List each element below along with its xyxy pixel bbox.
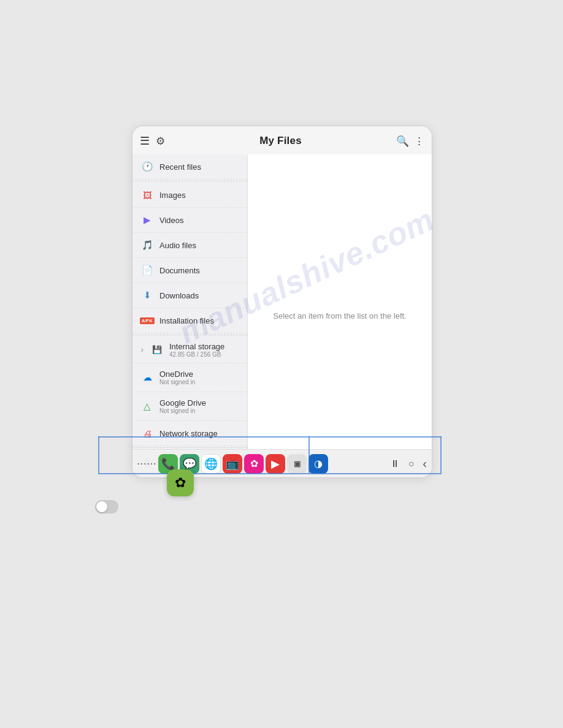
onedrive-label: OneDrive bbox=[159, 370, 195, 379]
highlight-line-top bbox=[98, 436, 442, 438]
audio-icon: 🎵 bbox=[141, 239, 153, 251]
google-drive-icon: △ bbox=[141, 400, 153, 412]
sidebar-item-installation-files[interactable]: APK Installation files bbox=[132, 308, 247, 333]
top-bar-left: ☰ ⚙ bbox=[140, 134, 165, 148]
taskbar-dual-app[interactable]: ▣ bbox=[287, 454, 307, 474]
taskbar-app-red[interactable]: 📺 bbox=[223, 454, 242, 474]
images-icon: 🖼 bbox=[141, 189, 153, 201]
sidebar: 🕐 Recent files 🖼 Images ▶ Videos 🎵 bbox=[132, 154, 248, 477]
taskbar-app-blue[interactable]: ◑ bbox=[308, 454, 328, 474]
nav-home-button[interactable]: ○ bbox=[408, 458, 415, 469]
device-frame: ☰ ⚙ My Files 🔍 ⋮ 🕐 Recent files bbox=[132, 126, 432, 478]
images-label: Images bbox=[159, 191, 186, 200]
highlight-line-bottom bbox=[98, 473, 442, 474]
divider-2 bbox=[132, 335, 247, 335]
taskbar-app-youtube[interactable]: ▶ bbox=[266, 454, 285, 474]
content-panel: Select an item from the list on the left… bbox=[248, 154, 432, 477]
top-bar-right: 🔍 ⋮ bbox=[396, 135, 424, 148]
onedrive-info: OneDrive Not signed in bbox=[159, 370, 195, 385]
onedrive-sublabel: Not signed in bbox=[159, 379, 195, 385]
documents-label: Documents bbox=[159, 266, 200, 275]
divider-3 bbox=[132, 447, 247, 448]
apk-badge: APK bbox=[140, 317, 155, 324]
divider-1 bbox=[132, 181, 247, 181]
sidebar-item-videos[interactable]: ▶ Videos bbox=[132, 208, 247, 233]
storage-info: Internal storage 42.85 GB / 256 GB bbox=[169, 342, 224, 358]
sidebar-item-onedrive[interactable]: ☁ OneDrive Not signed in bbox=[132, 363, 247, 392]
onedrive-icon: ☁ bbox=[141, 371, 153, 384]
app-title: My Files bbox=[165, 135, 396, 147]
internal-storage-label: Internal storage bbox=[169, 342, 224, 351]
sidebar-item-downloads[interactable]: ⬇ Downloads bbox=[132, 283, 247, 308]
taskbar-apps: 📞 💬 🌐 📺 ✿ ▶ ▣ ◑ bbox=[158, 454, 388, 474]
videos-label: Videos bbox=[159, 216, 184, 225]
toggle-switch[interactable] bbox=[95, 500, 118, 514]
audio-label: Audio files bbox=[159, 241, 196, 250]
videos-icon: ▶ bbox=[141, 214, 153, 226]
chevron-right-icon: › bbox=[141, 346, 144, 354]
taskbar-app-pink[interactable]: ✿ bbox=[244, 454, 264, 474]
network-storage-icon: 🖨 bbox=[141, 427, 153, 439]
search-icon[interactable]: 🔍 bbox=[396, 135, 409, 148]
google-drive-info: Google Drive Not signed in bbox=[159, 398, 206, 414]
floating-icon[interactable]: ✿ bbox=[167, 469, 194, 496]
sidebar-item-recent-files[interactable]: 🕐 Recent files bbox=[132, 154, 247, 180]
sidebar-item-internal-storage[interactable]: › 💾 Internal storage 42.85 GB / 256 GB bbox=[132, 336, 247, 363]
internal-storage-icon: 💾 bbox=[151, 344, 163, 356]
toggle-thumb bbox=[96, 501, 107, 512]
downloads-icon: ⬇ bbox=[141, 289, 153, 301]
sidebar-item-images[interactable]: 🖼 Images bbox=[132, 183, 247, 208]
top-bar: ☰ ⚙ My Files 🔍 ⋮ bbox=[132, 126, 432, 154]
empty-message: Select an item from the list on the left… bbox=[273, 311, 407, 320]
documents-icon: 📄 bbox=[141, 264, 153, 276]
highlight-line-left bbox=[98, 436, 99, 473]
taskbar-app-chrome[interactable]: 🌐 bbox=[201, 454, 221, 474]
page-background: ☰ ⚙ My Files 🔍 ⋮ 🕐 Recent files bbox=[0, 0, 563, 728]
sidebar-item-network-storage[interactable]: 🖨 Network storage bbox=[132, 421, 247, 446]
downloads-label: Downloads bbox=[159, 291, 199, 300]
nav-back-button[interactable]: ‹ bbox=[423, 457, 427, 471]
highlight-line-mid bbox=[308, 436, 310, 473]
sidebar-item-audio-files[interactable]: 🎵 Audio files bbox=[132, 233, 247, 258]
internal-storage-sublabel: 42.85 GB / 256 GB bbox=[169, 351, 224, 358]
sidebar-item-google-drive[interactable]: △ Google Drive Not signed in bbox=[132, 392, 247, 421]
nav-pause-button[interactable]: ⏸ bbox=[390, 458, 400, 469]
recent-files-label: Recent files bbox=[159, 162, 201, 172]
recent-files-icon: 🕐 bbox=[141, 161, 153, 173]
installation-files-label: Installation files bbox=[159, 316, 214, 325]
google-drive-sublabel: Not signed in bbox=[159, 408, 206, 414]
google-drive-label: Google Drive bbox=[159, 398, 206, 408]
gear-icon[interactable]: ⚙ bbox=[156, 135, 165, 148]
app-grid-button[interactable]: ⋯⋯ bbox=[137, 455, 156, 473]
toggle-track bbox=[95, 500, 118, 514]
floating-icon-symbol: ✿ bbox=[175, 475, 186, 491]
apk-icon: APK bbox=[141, 314, 153, 327]
main-content: 🕐 Recent files 🖼 Images ▶ Videos 🎵 bbox=[132, 154, 432, 477]
highlight-line-right bbox=[440, 436, 442, 473]
more-icon[interactable]: ⋮ bbox=[414, 135, 424, 148]
sidebar-item-documents[interactable]: 📄 Documents bbox=[132, 258, 247, 283]
taskbar-nav: ⏸ ○ ‹ bbox=[390, 457, 427, 471]
hamburger-icon[interactable]: ☰ bbox=[140, 134, 150, 148]
